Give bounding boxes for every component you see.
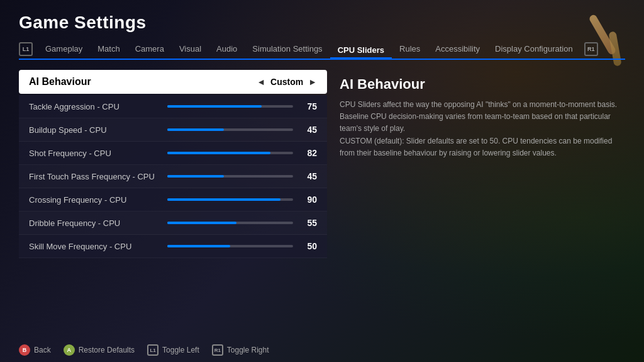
- restore-icon: A: [64, 344, 75, 356]
- preset-label: AI Behaviour: [29, 76, 91, 88]
- table-row[interactable]: Dribble Frequency - CPU 55: [19, 212, 327, 235]
- sidebar-item-display[interactable]: Display Configuration: [487, 42, 580, 56]
- sidebar-item-match[interactable]: Match: [90, 42, 127, 56]
- slider-fill-0: [167, 105, 262, 108]
- slider-track-container-5: 55: [167, 218, 317, 228]
- slider-label-2: Shot Frequency - CPU: [29, 149, 167, 158]
- info-description: CPU Sliders affect the way the opposing …: [340, 99, 625, 159]
- slider-track-0[interactable]: [167, 105, 293, 108]
- slider-fill-5: [167, 222, 236, 224]
- preset-left-arrow[interactable]: ◄: [257, 77, 265, 87]
- toggle-right-icon: R1: [212, 344, 223, 356]
- table-row[interactable]: First Touch Pass Frequency - CPU 45: [19, 165, 327, 188]
- slider-label-3: First Touch Pass Frequency - CPU: [29, 172, 167, 181]
- preset-value: Custom: [270, 77, 303, 87]
- table-row[interactable]: Shot Frequency - CPU 82: [19, 142, 327, 165]
- sidebar-item-visual[interactable]: Visual: [172, 42, 209, 56]
- sidebar-item-simulation[interactable]: Simulation Settings: [245, 42, 330, 56]
- slider-fill-1: [167, 128, 224, 131]
- footer-back: B Back: [19, 344, 51, 356]
- slider-label-1: Buildup Speed - CPU: [29, 125, 167, 135]
- toggle-left-label[interactable]: Toggle Left: [162, 346, 199, 354]
- sidebar-item-accessibility[interactable]: Accessibility: [428, 42, 487, 56]
- preset-controls: ◄ Custom ►: [257, 77, 317, 87]
- nav-bar: L1 Gameplay Match Camera Visual Audio Si…: [19, 42, 625, 60]
- slider-label-4: Crossing Frequency - CPU: [29, 195, 167, 205]
- footer: B Back A Restore Defaults L1 Toggle Left…: [19, 336, 625, 362]
- table-row[interactable]: Crossing Frequency - CPU 90: [19, 188, 327, 212]
- slider-value-0: 75: [299, 101, 317, 111]
- table-row[interactable]: Tackle Aggression - CPU 75: [19, 95, 327, 118]
- slider-value-6: 50: [299, 241, 317, 251]
- back-label[interactable]: Back: [34, 346, 51, 354]
- slider-track-4[interactable]: [167, 198, 293, 201]
- slider-value-4: 90: [299, 195, 317, 205]
- toggle-left-icon: L1: [147, 344, 158, 356]
- slider-track-container-0: 75: [167, 101, 317, 111]
- slider-label-5: Dribble Frequency - CPU: [29, 218, 167, 228]
- slider-track-container-2: 82: [167, 148, 317, 158]
- table-row[interactable]: Skill Move Frequency - CPU 50: [19, 235, 327, 258]
- slider-value-2: 82: [299, 148, 317, 158]
- sliders-list: Tackle Aggression - CPU 75 Buildup Speed…: [19, 95, 327, 258]
- footer-toggle-right: R1 Toggle Right: [212, 344, 269, 356]
- slider-track-container-6: 50: [167, 241, 317, 251]
- slider-track-2[interactable]: [167, 152, 293, 154]
- right-panel: AI Behaviour CPU Sliders affect the way …: [340, 70, 625, 336]
- slider-track-container-3: 45: [167, 171, 317, 181]
- slider-label-0: Tackle Aggression - CPU: [29, 102, 167, 111]
- slider-label-6: Skill Move Frequency - CPU: [29, 242, 167, 251]
- sidebar-item-rules[interactable]: Rules: [392, 42, 428, 56]
- nav-right-icon: R1: [584, 42, 598, 56]
- page-title: Game Settings: [19, 13, 625, 33]
- preset-right-arrow[interactable]: ►: [308, 77, 317, 87]
- slider-fill-4: [167, 198, 280, 201]
- slider-value-5: 55: [299, 218, 317, 228]
- slider-track-5[interactable]: [167, 222, 293, 224]
- restore-label[interactable]: Restore Defaults: [79, 346, 135, 354]
- footer-restore: A Restore Defaults: [64, 344, 135, 356]
- slider-fill-6: [167, 245, 230, 247]
- slider-track-6[interactable]: [167, 245, 293, 247]
- slider-track-container-1: 45: [167, 125, 317, 135]
- slider-track-3[interactable]: [167, 175, 293, 178]
- slider-value-3: 45: [299, 171, 317, 181]
- back-icon: B: [19, 344, 30, 356]
- sidebar-item-audio[interactable]: Audio: [209, 42, 245, 56]
- left-panel: AI Behaviour ◄ Custom ► Tackle Aggressio…: [19, 70, 327, 336]
- sidebar-item-cpu-sliders[interactable]: CPU Sliders: [330, 43, 392, 59]
- preset-bar: AI Behaviour ◄ Custom ►: [19, 70, 327, 94]
- table-row[interactable]: Buildup Speed - CPU 45: [19, 118, 327, 142]
- slider-track-container-4: 90: [167, 195, 317, 205]
- slider-fill-2: [167, 152, 270, 154]
- nav-left-icon: L1: [19, 42, 33, 56]
- footer-toggle-left: L1 Toggle Left: [147, 344, 199, 356]
- sidebar-item-gameplay[interactable]: Gameplay: [38, 42, 90, 56]
- slider-track-1[interactable]: [167, 128, 293, 131]
- slider-value-1: 45: [299, 125, 317, 135]
- sidebar-item-camera[interactable]: Camera: [128, 42, 172, 56]
- toggle-right-label[interactable]: Toggle Right: [227, 346, 269, 354]
- info-title: AI Behaviour: [340, 76, 625, 93]
- slider-fill-3: [167, 175, 224, 178]
